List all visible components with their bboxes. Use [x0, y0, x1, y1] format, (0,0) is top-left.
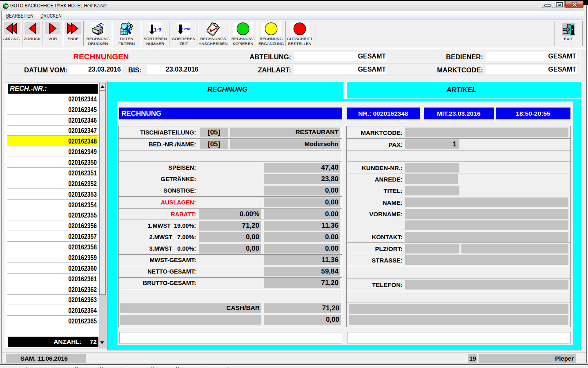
svg-text:12:00: 12:00: [182, 27, 190, 31]
svg-text:1-9: 1-9: [154, 27, 161, 33]
